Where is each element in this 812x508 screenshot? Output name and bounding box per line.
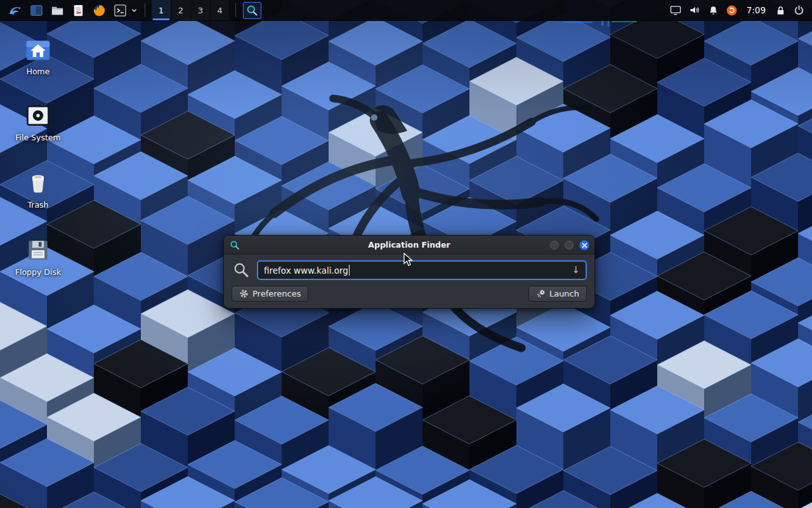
display-icon — [669, 4, 682, 17]
files-window-icon — [29, 3, 44, 18]
file-system-drive-icon — [24, 102, 52, 130]
desktop-icon-label: Floppy Disk — [15, 267, 61, 277]
application-finder-magnifier-icon — [246, 4, 259, 17]
workspace-switcher: 1 2 3 4 — [151, 0, 230, 20]
launch-label: Launch — [549, 289, 579, 298]
firefox-icon — [92, 3, 107, 18]
desktop-icon-label: Home — [27, 67, 50, 76]
text-editor-icon — [71, 3, 86, 18]
terminal-icon — [113, 3, 128, 18]
updates-icon — [726, 4, 738, 17]
kali-menu-button[interactable] — [4, 0, 26, 20]
power-icon — [793, 4, 805, 17]
home-folder-icon — [24, 36, 52, 64]
close-icon — [582, 243, 587, 248]
terminal-dropdown-button[interactable] — [131, 0, 139, 20]
desktop-icon-label: Trash — [27, 200, 48, 210]
lock-screen-button[interactable] — [771, 0, 790, 20]
file-manager-folder-icon — [50, 3, 65, 18]
desktop-icon-file-system[interactable]: File System — [9, 102, 67, 142]
maximize-button[interactable] — [565, 241, 573, 250]
preferences-button[interactable]: Preferences — [232, 286, 308, 302]
window-controls — [550, 236, 589, 255]
application-finder-icon — [230, 240, 240, 250]
launch-icon — [536, 289, 546, 298]
workspace-4[interactable]: 4 — [210, 0, 230, 20]
application-finder-window: Application Finder firefox ww — [223, 235, 595, 309]
clock[interactable]: 7:09 — [741, 5, 771, 15]
desktop-icon-trash[interactable]: Trash — [9, 169, 67, 210]
preferences-label: Preferences — [252, 289, 301, 298]
updates-tray-button[interactable] — [723, 0, 741, 20]
down-arrow-icon[interactable]: ↓ — [572, 265, 580, 275]
search-input-value: firefox www.kali.org — [264, 265, 348, 276]
panel-separator — [235, 3, 236, 17]
taskbar-application-finder[interactable] — [243, 2, 261, 19]
lock-icon — [775, 4, 787, 17]
minimize-button[interactable] — [550, 241, 559, 250]
terminal-launcher[interactable] — [110, 0, 131, 20]
desktop-icon-floppy-disk[interactable]: Floppy Disk — [9, 236, 67, 277]
search-input[interactable]: firefox www.kali.org ↓ — [257, 260, 587, 280]
display-tray-button[interactable] — [666, 0, 685, 20]
search-icon — [233, 262, 250, 279]
workspace-1[interactable]: 1 — [151, 0, 171, 20]
desktop-icon-label: File System — [15, 133, 61, 142]
window-title: Application Finder — [368, 240, 450, 250]
workspace-2[interactable]: 2 — [171, 0, 190, 20]
notifications-bell-icon — [707, 4, 719, 17]
text-caret — [349, 265, 350, 276]
workspace-3[interactable]: 3 — [190, 0, 210, 20]
text-editor-launcher[interactable] — [68, 0, 89, 20]
gear-icon — [239, 289, 249, 298]
firefox-launcher[interactable] — [89, 0, 110, 20]
top-panel: 1 2 3 4 — [0, 0, 812, 21]
desktop-icon-home[interactable]: Home — [9, 36, 67, 76]
power-button[interactable] — [790, 0, 808, 20]
panel-separator — [145, 3, 145, 17]
titlebar[interactable]: Application Finder — [224, 236, 594, 255]
file-manager-launcher[interactable] — [47, 0, 68, 20]
close-button[interactable] — [579, 240, 589, 250]
launch-button[interactable]: Launch — [528, 286, 587, 302]
notifications-tray-button[interactable] — [704, 0, 723, 20]
trash-icon — [24, 169, 52, 197]
volume-icon — [688, 4, 701, 17]
volume-tray-button[interactable] — [685, 0, 704, 20]
chevron-down-icon — [131, 7, 138, 14]
kali-menu-icon — [7, 3, 23, 18]
files-launcher[interactable] — [26, 0, 47, 20]
floppy-disk-icon — [24, 236, 52, 264]
dialog-body: firefox www.kali.org ↓ Preferences — [224, 255, 594, 308]
